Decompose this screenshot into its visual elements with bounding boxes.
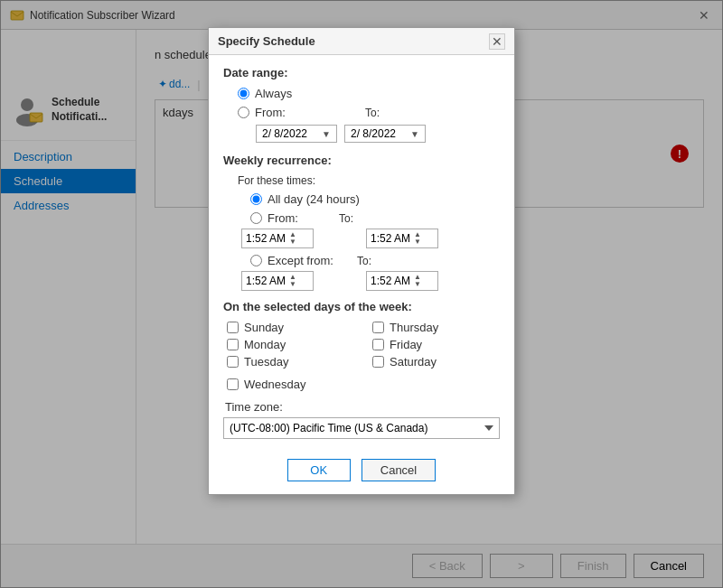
tz-combo-wrapper: (UTC-08:00) Pacific Time (US & Canada) (…	[223, 417, 500, 439]
wednesday-row: Wednesday	[227, 378, 500, 391]
wednesday-label[interactable]: Wednesday	[244, 378, 305, 391]
sunday-checkbox[interactable]	[227, 322, 239, 333]
tuesday-checkbox[interactable]	[227, 356, 239, 368]
dialog-body: Date range: Always From: To: 2/ 8/202	[209, 55, 514, 450]
monday-row: Monday	[227, 338, 354, 351]
saturday-row: Saturday	[372, 355, 500, 369]
from-combo-arrow: ▼	[322, 129, 331, 139]
days-grid: Sunday Thursday Monday Friday Tuesday	[227, 321, 500, 369]
to-date-label-text: To:	[365, 106, 380, 119]
date-range-section: Date range: Always From: To: 2/ 8/202	[223, 66, 500, 143]
from-to-radio-row: From: To:	[238, 106, 500, 119]
from-time-down[interactable]: ▼	[289, 238, 296, 246]
saturday-checkbox[interactable]	[372, 356, 384, 368]
from-radio[interactable]	[238, 107, 249, 118]
tz-label: Time zone:	[225, 400, 500, 414]
tuesday-row: Tuesday	[227, 355, 354, 369]
to-time-down[interactable]: ▼	[414, 238, 421, 246]
to-time-spinner[interactable]: 1:52 AM ▲ ▼	[366, 229, 438, 248]
dialog-title: Specify Schedule	[218, 34, 315, 48]
date-range-label: Date range:	[223, 66, 500, 79]
always-radio[interactable]	[238, 88, 249, 99]
thursday-label[interactable]: Thursday	[390, 321, 438, 334]
weekly-label: Weekly recurrence:	[223, 154, 500, 167]
except-to-label-text: To:	[357, 255, 371, 267]
time-spinners-row2: 1:52 AM ▲ ▼ 1:52 AM ▲ ▼	[241, 271, 500, 291]
friday-label[interactable]: Friday	[390, 338, 422, 351]
monday-checkbox[interactable]	[227, 339, 239, 350]
to-date-combo[interactable]: 2/ 8/2022 ▼	[344, 125, 426, 143]
timezone-section: Time zone: (UTC-08:00) Pacific Time (US …	[223, 400, 500, 439]
to-combo-arrow: ▼	[410, 129, 419, 139]
from-time-radio[interactable]	[250, 212, 262, 224]
to-time-label-text: To:	[339, 212, 353, 225]
sunday-label[interactable]: Sunday	[244, 321, 284, 334]
except-from-down[interactable]: ▼	[289, 281, 296, 288]
dialog-ok-button[interactable]: OK	[287, 459, 351, 481]
days-section: On the selected days of the week: Sunday…	[223, 300, 500, 391]
from-time-radio-group: From:	[250, 211, 305, 225]
timezone-select[interactable]: (UTC-08:00) Pacific Time (US & Canada) (…	[223, 417, 500, 439]
from-date-combo[interactable]: 2/ 8/2022 ▼	[256, 125, 337, 143]
except-radio[interactable]	[250, 255, 262, 266]
from-time-spinner[interactable]: 1:52 AM ▲ ▼	[241, 229, 314, 248]
dialog-titlebar: Specify Schedule ✕	[209, 28, 514, 55]
except-label[interactable]: Except from:	[268, 254, 333, 267]
friday-row: Friday	[372, 338, 500, 351]
friday-checkbox[interactable]	[372, 339, 384, 350]
to-time-arrows: ▲ ▼	[414, 231, 421, 246]
specify-schedule-dialog: Specify Schedule ✕ Date range: Always Fr…	[208, 27, 515, 495]
except-radio-group: Except from:	[250, 254, 333, 267]
dialog-close-button[interactable]: ✕	[489, 33, 505, 50]
weekly-recurrence-section: Weekly recurrence: For these times: All …	[223, 154, 500, 291]
except-to-down[interactable]: ▼	[414, 281, 421, 288]
from-time-label[interactable]: From:	[268, 211, 298, 225]
for-times-label: For these times:	[238, 174, 500, 187]
days-label: On the selected days of the week:	[223, 300, 500, 313]
allday-label[interactable]: All day (24 hours)	[268, 192, 360, 206]
except-from-arrows: ▲ ▼	[289, 274, 296, 288]
dialog-footer: OK Cancel	[209, 450, 514, 494]
thursday-checkbox[interactable]	[372, 322, 384, 333]
except-to-spinner[interactable]: 1:52 AM ▲ ▼	[366, 271, 438, 291]
time-spinners-row1: 1:52 AM ▲ ▼ 1:52 AM ▲ ▼	[241, 229, 500, 248]
allday-radio-row: All day (24 hours)	[250, 192, 500, 206]
from-date-label[interactable]: From:	[255, 106, 286, 119]
dialog-cancel-button[interactable]: Cancel	[362, 459, 436, 481]
date-combos: 2/ 8/2022 ▼ 2/ 8/2022 ▼	[256, 125, 500, 143]
except-to-arrows: ▲ ▼	[414, 274, 421, 288]
tuesday-label[interactable]: Tuesday	[244, 355, 288, 369]
from-radio-group: From:	[238, 106, 286, 119]
sunday-row: Sunday	[227, 321, 354, 334]
allday-radio[interactable]	[250, 193, 262, 205]
always-label[interactable]: Always	[255, 87, 292, 100]
saturday-label[interactable]: Saturday	[390, 355, 437, 369]
wednesday-checkbox[interactable]	[227, 378, 239, 390]
monday-label[interactable]: Monday	[244, 338, 286, 351]
except-from-spinner[interactable]: 1:52 AM ▲ ▼	[241, 271, 314, 291]
except-row: Except from: To:	[250, 254, 500, 267]
from-time-arrows: ▲ ▼	[289, 231, 296, 246]
from-time-row: From: To:	[250, 211, 500, 225]
thursday-row: Thursday	[372, 321, 500, 334]
always-radio-row: Always	[238, 87, 500, 100]
